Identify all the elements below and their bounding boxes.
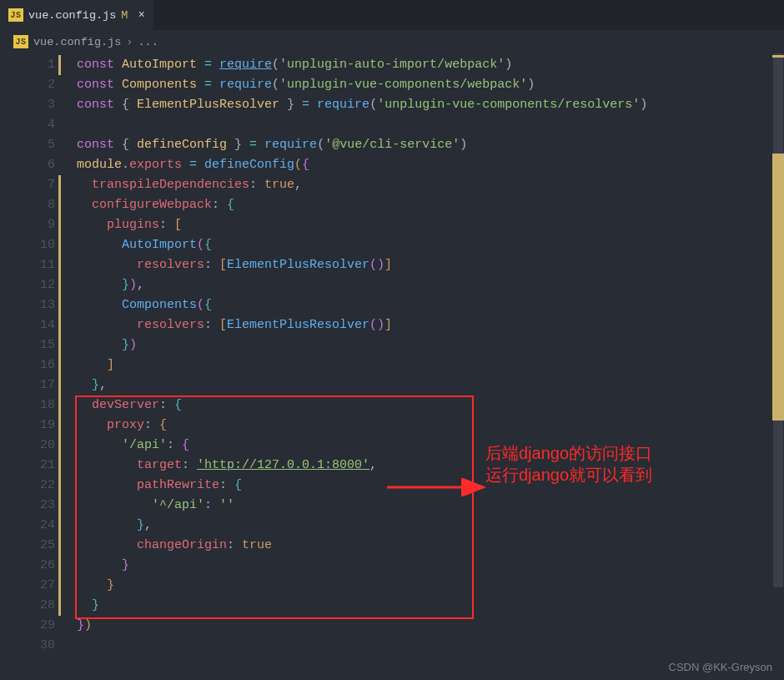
line-number: 17 xyxy=(0,375,58,395)
line-number: 21 xyxy=(0,456,58,476)
line-number: 7 xyxy=(0,175,58,195)
breadcrumb-file: vue.config.js xyxy=(33,36,121,48)
line-number: 19 xyxy=(0,416,58,436)
line-number: 25 xyxy=(0,536,58,556)
code-line[interactable]: } xyxy=(77,556,784,576)
annotation-text: 后端django的访问接口 运行django就可以看到 xyxy=(485,442,652,486)
line-number: 15 xyxy=(0,335,58,355)
line-number: 30 xyxy=(0,636,58,656)
line-number: 13 xyxy=(0,295,58,315)
line-number: 10 xyxy=(0,235,58,255)
code-line[interactable]: }, xyxy=(77,375,784,395)
code-line[interactable]: plugins: [ xyxy=(77,215,784,235)
close-icon[interactable]: × xyxy=(133,8,144,22)
line-number: 3 xyxy=(0,95,58,115)
code-line[interactable]: } xyxy=(77,596,784,616)
breadcrumb[interactable]: JS vue.config.js › ... xyxy=(0,30,784,53)
code-line[interactable]: proxy: { xyxy=(77,416,784,436)
tab-modified-indicator: M xyxy=(121,9,128,22)
code-line[interactable]: const { defineConfig } = require('@vue/c… xyxy=(77,135,784,155)
code-line[interactable]: resolvers: [ElementPlusResolver()] xyxy=(77,255,784,275)
line-number: 14 xyxy=(0,315,58,335)
code-line[interactable]: pathRewrite: { xyxy=(77,476,784,496)
scroll-change-mark xyxy=(772,154,784,421)
code-line[interactable] xyxy=(77,636,784,656)
tab-vue-config[interactable]: JS vue.config.js M × xyxy=(0,0,153,30)
code-line[interactable]: changeOrigin: true xyxy=(77,536,784,556)
code-line[interactable]: module.exports = defineConfig({ xyxy=(77,155,784,175)
tab-label: vue.config.js xyxy=(28,9,116,22)
line-number: 24 xyxy=(0,516,58,536)
code-line[interactable]: configureWebpack: { xyxy=(77,195,784,215)
code-line[interactable]: } xyxy=(77,576,784,596)
line-number: 23 xyxy=(0,496,58,516)
scroll-change-mark xyxy=(772,55,784,58)
code-line[interactable]: ] xyxy=(77,355,784,375)
line-number: 2 xyxy=(0,75,58,95)
code-line[interactable] xyxy=(77,115,784,135)
line-number: 29 xyxy=(0,616,58,636)
javascript-file-icon: JS xyxy=(13,35,28,48)
line-number: 12 xyxy=(0,275,58,295)
chevron-right-icon: › xyxy=(126,36,133,48)
line-number: 28 xyxy=(0,596,58,616)
code-line[interactable]: '^/api': '' xyxy=(77,496,784,516)
breadcrumb-rest: ... xyxy=(138,36,158,48)
line-number: 26 xyxy=(0,556,58,576)
code-line[interactable]: const Components = require('unplugin-vue… xyxy=(77,75,784,95)
line-number: 11 xyxy=(0,255,58,275)
line-number: 4 xyxy=(0,115,58,135)
code-line[interactable]: resolvers: [ElementPlusResolver()] xyxy=(77,315,784,335)
line-number: 20 xyxy=(0,436,58,456)
code-line[interactable]: transpileDependencies: true, xyxy=(77,175,784,195)
line-number: 6 xyxy=(0,155,58,175)
code-area[interactable]: const AutoImport = require('unplugin-aut… xyxy=(62,53,784,680)
watermark: CSDN @KK-Greyson xyxy=(669,661,772,673)
code-line[interactable]: }), xyxy=(77,275,784,295)
code-line[interactable]: AutoImport({ xyxy=(77,235,784,255)
code-line[interactable]: Components({ xyxy=(77,295,784,315)
code-line[interactable]: devServer: { xyxy=(77,395,784,416)
vertical-scrollbar[interactable] xyxy=(772,53,784,680)
line-number: 8 xyxy=(0,195,58,215)
line-number: 9 xyxy=(0,215,58,235)
code-line[interactable]: }) xyxy=(77,335,784,355)
code-line[interactable]: target: 'http://127.0.0.1:8000', xyxy=(77,456,784,476)
code-line[interactable]: }, xyxy=(77,516,784,536)
line-number: 5 xyxy=(0,135,58,155)
editor[interactable]: 1234567891011121314151617181920212223242… xyxy=(0,53,784,680)
line-number: 1 xyxy=(0,55,58,75)
code-line[interactable]: }) xyxy=(77,616,784,636)
javascript-file-icon: JS xyxy=(8,8,23,22)
line-number: 18 xyxy=(0,395,58,416)
line-number-gutter: 1234567891011121314151617181920212223242… xyxy=(0,53,58,680)
code-line[interactable]: '/api': { xyxy=(77,436,784,456)
line-number: 27 xyxy=(0,576,58,596)
tab-bar: JS vue.config.js M × xyxy=(0,0,784,30)
line-number: 22 xyxy=(0,476,58,496)
code-line[interactable]: const AutoImport = require('unplugin-aut… xyxy=(77,55,784,75)
line-number: 16 xyxy=(0,355,58,375)
code-line[interactable]: const { ElementPlusResolver } = require(… xyxy=(77,95,784,115)
